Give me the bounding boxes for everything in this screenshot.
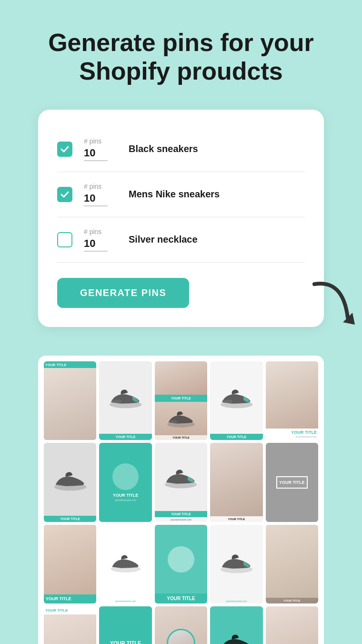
product-name-2: Mens Nike sneakers (129, 189, 220, 200)
pin-card-13[interactable]: YOUR TITLE (155, 525, 207, 604)
pin-card-19[interactable]: YOUR TITLE (210, 606, 262, 644)
pin-card-15[interactable]: YOUR TITLE (266, 525, 318, 604)
pins-group-1: # pins 10 (84, 137, 117, 161)
pins-value-1[interactable]: 10 (84, 147, 108, 161)
pin-label-5-wrapper: YOUR TITLE yourstorename.com (266, 429, 318, 440)
pin-label-2: YOUR TITLE (99, 434, 151, 440)
product-row-3: # pins 10 Silver necklace (57, 217, 305, 263)
pin-label-8: YOUR TITLE (155, 511, 207, 517)
pin-label-5: YOUR TITLE (267, 430, 317, 435)
pin-label-9: YOUR TITLE (210, 516, 262, 522)
page-wrapper: Generate pins for your Shopify proudcts … (0, 0, 362, 644)
checkbox-3[interactable] (57, 232, 72, 247)
pin-card-12[interactable]: yourstorename.com (99, 525, 151, 604)
pin-label-6: YOUR TITLE (44, 516, 96, 522)
pin-card-4[interactable]: YOUR TITLE (210, 361, 262, 440)
pin-card-7[interactable]: YOUR TITLE yourstorename.com (99, 443, 151, 522)
pin-label-3: YOUR TITLE (155, 395, 207, 402)
main-headline: Generate pins for your Shopify proudcts (19, 29, 343, 86)
pin-grid: YOUR TITLE YOUR TITLE (38, 356, 324, 644)
pin-card-17[interactable]: YOUR TITLE yourstorename.com (99, 606, 151, 644)
pin-card-3[interactable]: YOUR TITLE YOUR TITLE (155, 361, 207, 440)
pin-label-17: YOUR TITLE (108, 638, 143, 644)
checkbox-1[interactable] (57, 142, 72, 157)
pins-value-3[interactable]: 10 (84, 237, 108, 252)
arrow-decoration (305, 275, 362, 337)
pins-label-2: # pins (84, 183, 101, 190)
product-name-3: Silver necklace (129, 234, 198, 245)
checkbox-2[interactable] (57, 187, 72, 202)
pin-card-2[interactable]: YOUR TITLE (99, 361, 151, 440)
headline-line1: Generate pins for your (48, 29, 314, 56)
pin-card-18[interactable]: YOUR TITLE (155, 606, 207, 644)
generate-pins-button[interactable]: GENERATE PINS (57, 278, 189, 308)
pin-label-1: YOUR TITLE (44, 361, 96, 368)
headline-line2: Shopify proudcts (79, 57, 283, 85)
product-row-2: # pins 10 Mens Nike sneakers (57, 172, 305, 217)
pin-label-10: YOUR TITLE (276, 476, 308, 489)
pin-label-7: YOUR TITLE (112, 492, 140, 499)
pin-card-16[interactable]: YOUR TITLE (44, 606, 96, 644)
pin-label-11: YOUR TITLE (44, 594, 96, 604)
pins-group-2: # pins 10 (84, 183, 117, 206)
product-card: # pins 10 Black sneakers # pins 10 Mens … (38, 110, 324, 327)
pin-card-1[interactable]: YOUR TITLE (44, 361, 96, 440)
product-row-1: # pins 10 Black sneakers (57, 127, 305, 172)
pin-card-6[interactable]: YOUR TITLE (44, 443, 96, 522)
pin-card-10[interactable]: YOUR TITLE (266, 443, 318, 522)
pin-grid-section: YOUR TITLE YOUR TITLE (38, 356, 324, 644)
pins-label-3: # pins (84, 228, 101, 235)
pin-card-14[interactable]: yourstorename.com (210, 525, 262, 604)
pin-label-16: YOUR TITLE (44, 606, 96, 614)
pin-card-20[interactable]: YOUR TITLE (266, 606, 318, 644)
product-name-1: Black sneakers (129, 143, 198, 154)
pin-card-9[interactable]: YOUR TITLE (210, 443, 262, 522)
pin-label-4: YOUR TITLE (210, 434, 262, 440)
pin-card-5[interactable]: YOUR TITLE yourstorename.com (266, 361, 318, 440)
pin-label-15: YOUR TITLE (266, 598, 318, 603)
pins-value-2[interactable]: 10 (84, 192, 108, 206)
pin-label-13: YOUR TITLE (155, 593, 207, 603)
pin-card-11[interactable]: YOUR TITLE (44, 525, 96, 604)
pins-group-3: # pins 10 (84, 228, 117, 252)
pin-card-8[interactable]: YOUR TITLE yourstorename.com (155, 443, 207, 522)
pin-label-3b: YOUR TITLE (155, 435, 207, 440)
pins-label-1: # pins (84, 137, 101, 145)
